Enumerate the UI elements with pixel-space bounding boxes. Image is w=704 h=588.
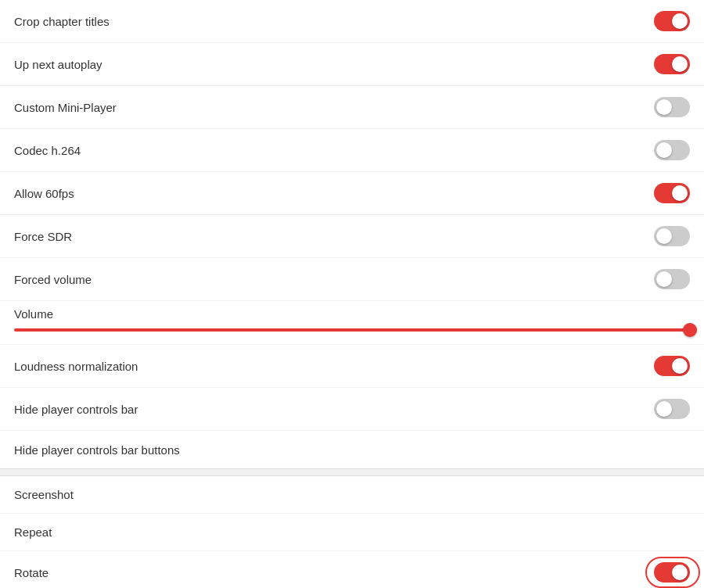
toggle-hide-player-controls-bar[interactable] <box>654 399 690 419</box>
toggle-codec-h264[interactable] <box>654 140 690 160</box>
section-divider <box>0 468 704 476</box>
setting-row-hide-player-controls-bar-buttons: Hide player controls bar buttons <box>0 431 704 468</box>
volume-slider[interactable] <box>14 328 690 332</box>
label-hide-player-controls-bar: Hide player controls bar <box>14 403 138 416</box>
volume-thumb <box>683 323 697 337</box>
label-force-sdr: Force SDR <box>14 230 72 243</box>
setting-row-rotate: Rotate <box>0 551 704 588</box>
setting-row-forced-volume: Forced volume <box>0 258 704 301</box>
label-crop-chapter-titles: Crop chapter titles <box>14 15 110 28</box>
setting-row-codec-h264: Codec h.264 <box>0 129 704 172</box>
volume-track <box>14 328 690 332</box>
label-up-next-autoplay: Up next autoplay <box>14 58 102 71</box>
label-codec-h264: Codec h.264 <box>14 144 81 157</box>
setting-row-force-sdr: Force SDR <box>0 215 704 258</box>
toggle-crop-chapter-titles[interactable] <box>654 11 690 31</box>
setting-row-repeat: Repeat <box>0 514 704 551</box>
label-allow-60fps: Allow 60fps <box>14 187 74 200</box>
toggle-force-sdr[interactable] <box>654 226 690 246</box>
label-rotate: Rotate <box>14 566 48 579</box>
settings-list: Crop chapter titles Up next autoplay Cus… <box>0 0 704 588</box>
label-repeat: Repeat <box>14 525 52 539</box>
setting-row-screenshot: Screenshot <box>0 476 704 514</box>
volume-label: Volume <box>14 307 690 321</box>
label-custom-mini-player: Custom Mini-Player <box>14 101 117 114</box>
setting-row-crop-chapter-titles: Crop chapter titles <box>0 0 704 43</box>
toggle-forced-volume[interactable] <box>654 269 690 289</box>
setting-row-loudness-normalization: Loudness normalization <box>0 345 704 388</box>
toggle-allow-60fps[interactable] <box>654 183 690 203</box>
label-hide-player-controls-bar-buttons: Hide player controls bar buttons <box>14 443 180 457</box>
toggle-rotate[interactable] <box>654 562 690 583</box>
setting-row-up-next-autoplay: Up next autoplay <box>0 43 704 86</box>
setting-row-hide-player-controls-bar: Hide player controls bar <box>0 388 704 431</box>
toggle-custom-mini-player[interactable] <box>654 97 690 117</box>
label-forced-volume: Forced volume <box>14 273 92 286</box>
label-screenshot: Screenshot <box>14 488 74 501</box>
label-loudness-normalization: Loudness normalization <box>14 360 138 373</box>
toggle-up-next-autoplay[interactable] <box>654 54 690 74</box>
volume-section: Volume <box>0 301 704 345</box>
toggle-loudness-normalization[interactable] <box>654 356 690 376</box>
setting-row-custom-mini-player: Custom Mini-Player <box>0 86 704 129</box>
setting-row-allow-60fps: Allow 60fps <box>0 172 704 215</box>
